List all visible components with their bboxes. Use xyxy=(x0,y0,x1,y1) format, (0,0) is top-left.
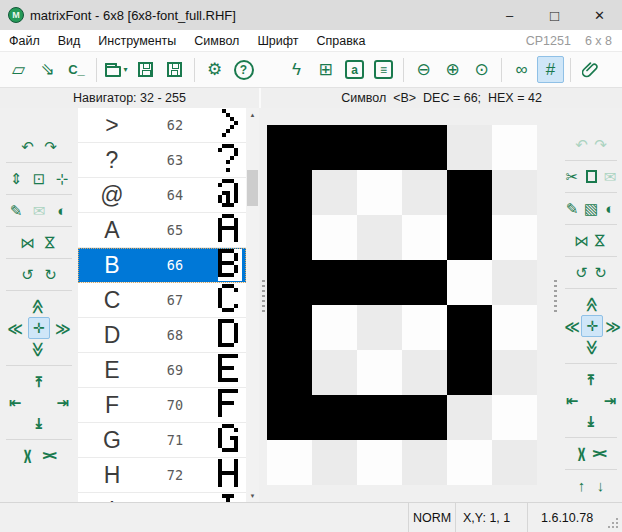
squeeze-vertical-button[interactable]: ⟩⟨ xyxy=(591,443,610,464)
toggle-grid-button[interactable]: # xyxy=(537,56,564,83)
help-button[interactable]: ? xyxy=(230,56,257,83)
preview-text-button[interactable]: ≡ xyxy=(370,56,397,83)
pixel-cell[interactable] xyxy=(267,395,312,440)
pixel-cell[interactable] xyxy=(402,125,447,170)
resize-grip[interactable] xyxy=(608,503,622,532)
navigator-row[interactable]: H72 xyxy=(78,458,246,493)
pixel-cell[interactable] xyxy=(492,395,537,440)
import-font-button[interactable]: ⇘ xyxy=(34,56,61,83)
align-right-button[interactable]: ⇥ xyxy=(51,392,74,413)
navigator-row[interactable]: I73 xyxy=(78,493,246,502)
next-symbol-button[interactable]: ↓ xyxy=(591,475,610,496)
cut-button[interactable]: ✂ xyxy=(563,166,582,187)
optimize-button[interactable]: ϟ xyxy=(283,56,310,83)
move-mode-button[interactable]: ✛ xyxy=(581,315,603,337)
insert-image-button[interactable]: ▧ xyxy=(582,198,601,219)
pixel-cell[interactable] xyxy=(447,215,492,260)
navigator-row[interactable]: @64 xyxy=(78,178,246,213)
flip-horizontal-button[interactable]: ⋈ xyxy=(572,230,591,251)
settings-button[interactable]: ⚙ xyxy=(201,56,228,83)
navigator-row[interactable]: A65 xyxy=(78,213,246,248)
pixel-cell[interactable] xyxy=(312,215,357,260)
pixel-cell[interactable] xyxy=(402,395,447,440)
menu-font[interactable]: Шрифт xyxy=(248,34,307,48)
undo-button[interactable]: ↶ xyxy=(16,136,39,157)
scrollbar-thumb[interactable] xyxy=(247,170,258,206)
right-splitter[interactable] xyxy=(550,108,560,502)
new-font-button[interactable]: ▱ xyxy=(5,56,32,83)
pixel-cell[interactable] xyxy=(492,170,537,215)
scroll-down-button[interactable]: ▼ xyxy=(246,489,259,502)
pixel-cell[interactable] xyxy=(312,395,357,440)
shift-right-button[interactable]: ≫ xyxy=(51,318,74,339)
pixel-cell[interactable] xyxy=(357,350,402,395)
pixel-cell[interactable] xyxy=(402,305,447,350)
pixel-cell[interactable] xyxy=(447,125,492,170)
pixel-cell[interactable] xyxy=(447,170,492,215)
navigator-row[interactable]: >62 xyxy=(78,108,246,143)
pixel-cell[interactable] xyxy=(312,305,357,350)
flip-horizontal-button[interactable]: ⋈ xyxy=(16,232,39,253)
navigator-row[interactable]: F70 xyxy=(78,388,246,423)
maximize-button[interactable]: □ xyxy=(532,0,577,30)
zoom-in-button[interactable]: ⊕ xyxy=(439,56,466,83)
align-left-button[interactable]: ⇤ xyxy=(562,390,581,411)
link-symbols-button[interactable] xyxy=(577,56,604,83)
navigator-row[interactable]: D68 xyxy=(78,318,246,353)
redo-button[interactable]: ↷ xyxy=(591,134,610,155)
rotate-right-button[interactable]: ↻ xyxy=(591,262,610,283)
squeeze-horizontal-button[interactable]: ⟩⟨ xyxy=(16,445,39,466)
pixel-cell[interactable] xyxy=(357,125,402,170)
align-left-button[interactable]: ⇤ xyxy=(4,392,27,413)
pixel-cell[interactable] xyxy=(492,440,537,485)
pixel-cell[interactable] xyxy=(357,170,402,215)
pixel-cell[interactable] xyxy=(447,440,492,485)
zoom-out-button[interactable]: ⊖ xyxy=(410,56,437,83)
previous-symbol-button[interactable]: ↑ xyxy=(572,475,591,496)
shift-down-button[interactable]: ≫ xyxy=(583,337,602,358)
pixel-cell[interactable] xyxy=(492,350,537,395)
pixel-cell[interactable] xyxy=(447,305,492,350)
char-height-button[interactable]: ⇕ xyxy=(5,168,28,189)
pixel-cell[interactable] xyxy=(447,260,492,305)
rotate-right-button[interactable]: ↻ xyxy=(39,264,62,285)
align-bottom-button[interactable]: ⇥ xyxy=(581,411,600,432)
copy-button[interactable] xyxy=(582,166,601,187)
menu-symbol[interactable]: Символ xyxy=(185,34,248,48)
save-font-button[interactable] xyxy=(132,56,159,83)
pixel-cell[interactable] xyxy=(492,260,537,305)
pixel-cell[interactable] xyxy=(267,350,312,395)
shift-up-button[interactable]: ≪ xyxy=(583,294,602,315)
left-splitter[interactable] xyxy=(259,108,267,502)
shift-left-button[interactable]: ≪ xyxy=(562,316,581,337)
navigator-row[interactable]: E69 xyxy=(78,353,246,388)
zoom-fit-button[interactable]: ⊙ xyxy=(468,56,495,83)
save-font-as-button[interactable] xyxy=(161,56,188,83)
menu-tools[interactable]: Инструменты xyxy=(89,34,185,48)
pixel-cell[interactable] xyxy=(267,260,312,305)
flip-vertical-button[interactable]: ⋈ xyxy=(591,230,610,251)
navigator-scrollbar[interactable]: ▲ ▼ xyxy=(246,108,259,502)
pixel-cell[interactable] xyxy=(267,215,312,260)
pixel-cell[interactable] xyxy=(357,215,402,260)
menu-view[interactable]: Вид xyxy=(49,34,90,48)
pixel-cell[interactable] xyxy=(492,125,537,170)
pixel-cell[interactable] xyxy=(402,215,447,260)
navigator-row[interactable]: ?63 xyxy=(78,143,246,178)
rotate-left-button[interactable]: ↺ xyxy=(572,262,591,283)
menu-help[interactable]: Справка xyxy=(308,34,375,48)
crop-button[interactable]: ⊡ xyxy=(28,168,51,189)
scroll-up-button[interactable]: ▲ xyxy=(246,108,259,121)
align-right-button[interactable]: ⇥ xyxy=(601,390,620,411)
pixel-cell[interactable] xyxy=(447,350,492,395)
shift-right-button[interactable]: ≫ xyxy=(603,316,622,337)
align-top-button[interactable]: ⇤ xyxy=(581,369,600,390)
pixel-cell[interactable] xyxy=(357,260,402,305)
clear-symbol-button[interactable]: ✎ xyxy=(563,198,582,219)
pixel-cell[interactable] xyxy=(447,395,492,440)
pixel-cell[interactable] xyxy=(357,305,402,350)
paste-button[interactable]: ✉ xyxy=(28,200,51,221)
invert-button[interactable]: ◐ xyxy=(601,198,620,219)
pixel-cell[interactable] xyxy=(312,125,357,170)
rotate-left-button[interactable]: ↺ xyxy=(16,264,39,285)
